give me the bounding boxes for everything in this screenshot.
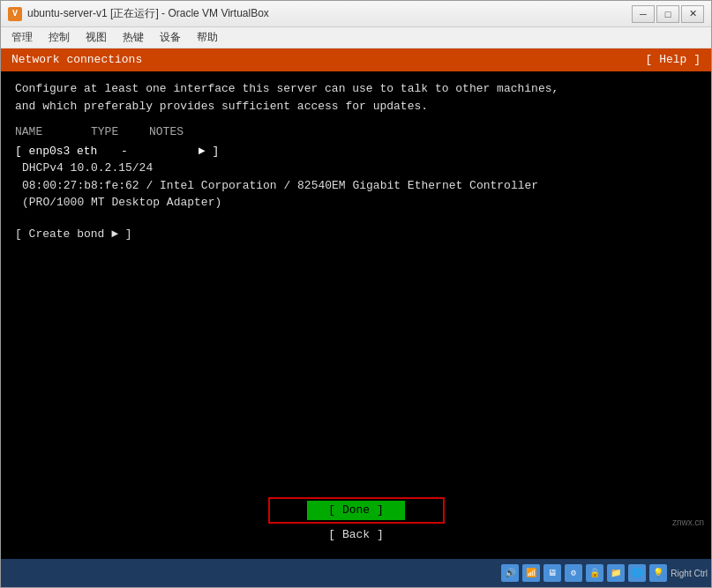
- menu-help[interactable]: 帮助: [190, 28, 225, 47]
- taskbar-icon-8[interactable]: 💡: [649, 564, 667, 582]
- dhcp-line: DHCPv4 10.0.2.15/24: [15, 160, 697, 177]
- interface-type: eth: [77, 143, 121, 160]
- taskbar-icon-7[interactable]: 🌐: [628, 564, 646, 582]
- desc-line1: Configure at least one interface this se…: [15, 80, 697, 98]
- col-notes-header: NOTES: [149, 123, 184, 141]
- taskbar-icon-6[interactable]: 📁: [607, 564, 625, 582]
- menu-hotkeys[interactable]: 热键: [116, 28, 151, 47]
- minimize-button[interactable]: ─: [632, 5, 655, 23]
- adapter-line: (PRO/1000 MT Desktop Adapter): [15, 194, 697, 212]
- menu-devices[interactable]: 设备: [153, 28, 188, 47]
- col-name-header: NAME: [15, 123, 77, 141]
- table-header: NAME TYPE NOTES: [15, 123, 697, 141]
- taskbar: 🔊 📶 🖥 ⚙ 🔒 📁 🌐 💡 Right Ctrl: [1, 559, 711, 587]
- maximize-button[interactable]: □: [656, 5, 679, 23]
- menu-bar: 管理 控制 视图 热键 设备 帮助: [1, 27, 711, 48]
- network-table: NAME TYPE NOTES [ enp0s3 eth - ► ] DHCPv…: [15, 123, 697, 212]
- bottom-buttons: [ Done ] [ Back ]: [1, 490, 711, 552]
- menu-control[interactable]: 控制: [41, 28, 77, 47]
- close-button[interactable]: ✕: [681, 5, 704, 23]
- done-button[interactable]: [ Done ]: [307, 501, 404, 520]
- content-area: Configure at least one interface this se…: [1, 71, 711, 489]
- interface-notes: -: [121, 143, 128, 160]
- create-bond[interactable]: [ Create bond ► ]: [15, 226, 697, 243]
- network-entry[interactable]: [ enp0s3 eth - ► ] DHCPv4 10.0.2.15/24 0…: [15, 143, 697, 212]
- taskbar-icon-1[interactable]: 🔊: [501, 564, 519, 582]
- terminal: Network connections [ Help ] Configure a…: [1, 48, 711, 559]
- back-button[interactable]: [ Back ]: [307, 525, 404, 545]
- interface-name: [ enp0s3: [15, 143, 77, 160]
- right-ctrl-label: Right Ctrl: [671, 569, 708, 578]
- description-text: Configure at least one interface this se…: [15, 80, 697, 115]
- window-title: ubuntu-server-v1 [正在运行] - Oracle VM Virt…: [27, 6, 626, 21]
- desc-line2: and which preferably provides sufficient…: [15, 98, 697, 115]
- taskbar-icon-3[interactable]: 🖥: [543, 564, 561, 582]
- header-bar: Network connections [ Help ]: [1, 48, 711, 71]
- mac-line: 08:00:27:b8:fe:62 / Intel Corporation / …: [15, 177, 697, 195]
- menu-manage[interactable]: 管理: [4, 28, 40, 47]
- help-button[interactable]: [ Help ]: [646, 52, 701, 68]
- done-button-wrapper: [ Done ]: [268, 497, 445, 524]
- taskbar-icon-4[interactable]: ⚙: [565, 564, 582, 582]
- title-bar: V ubuntu-server-v1 [正在运行] - Oracle VM Vi…: [1, 1, 711, 27]
- window-controls: ─ □ ✕: [632, 5, 704, 23]
- app-icon: V: [8, 7, 22, 21]
- menu-view[interactable]: 视图: [79, 28, 114, 47]
- col-type-header: TYPE: [91, 123, 135, 141]
- interface-arrow: ► ]: [199, 143, 219, 160]
- watermark: znwx.cn: [672, 517, 704, 527]
- vm-display[interactable]: Network connections [ Help ] Configure a…: [1, 48, 711, 559]
- header-title: Network connections: [11, 52, 142, 68]
- interface-line: [ enp0s3 eth - ► ]: [15, 143, 697, 160]
- taskbar-icon-5[interactable]: 🔒: [586, 564, 603, 582]
- taskbar-icon-2[interactable]: 📶: [522, 564, 540, 582]
